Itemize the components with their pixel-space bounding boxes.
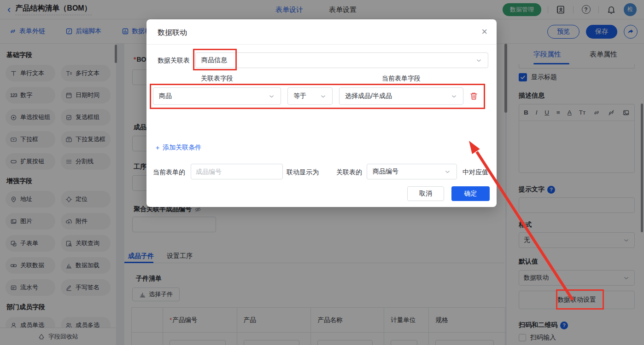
add-condition-link[interactable]: + 添加关联条件 — [156, 144, 201, 152]
relation-table-select[interactable]: 商品信息 — [195, 52, 488, 68]
delete-condition-trash-icon[interactable] — [469, 92, 478, 100]
chevron-down-icon — [451, 93, 457, 100]
column-header-current-form-field: 当前表单字段 — [339, 75, 463, 83]
related-table-label: 关联表的 — [336, 168, 362, 177]
condition-operator-select[interactable]: 等于 — [287, 87, 333, 105]
modal-title: 数据联动 — [158, 28, 187, 38]
current-form-label: 当前表单的 — [153, 168, 185, 177]
corresponding-value-label: 中对应值 — [463, 168, 488, 177]
confirm-button[interactable]: 确定 — [451, 186, 490, 201]
chevron-down-icon — [320, 93, 327, 100]
chevron-down-icon — [444, 168, 451, 175]
column-header-related-field: 关联表字段 — [153, 75, 281, 83]
close-icon[interactable]: × — [481, 26, 487, 38]
related-field-select[interactable]: 商品编号 — [367, 164, 457, 179]
chevron-down-icon — [475, 57, 482, 64]
chevron-down-icon — [268, 93, 275, 100]
data-linkage-modal: 数据联动 × 数据关联表 商品信息 关联表字段 当前表单字段 商品 等于 选择成… — [146, 19, 497, 207]
condition-related-field-select[interactable]: 商品 — [153, 87, 281, 105]
current-form-field-input[interactable] — [191, 164, 283, 179]
condition-current-field-select[interactable]: 选择成品/半成品 — [339, 87, 463, 105]
display-as-label: 联动显示为 — [287, 168, 319, 177]
relation-table-label: 数据关联表 — [158, 57, 190, 65]
modal-header-divider — [146, 44, 497, 45]
cancel-button[interactable]: 取消 — [407, 186, 444, 201]
plus-icon: + — [156, 144, 159, 151]
